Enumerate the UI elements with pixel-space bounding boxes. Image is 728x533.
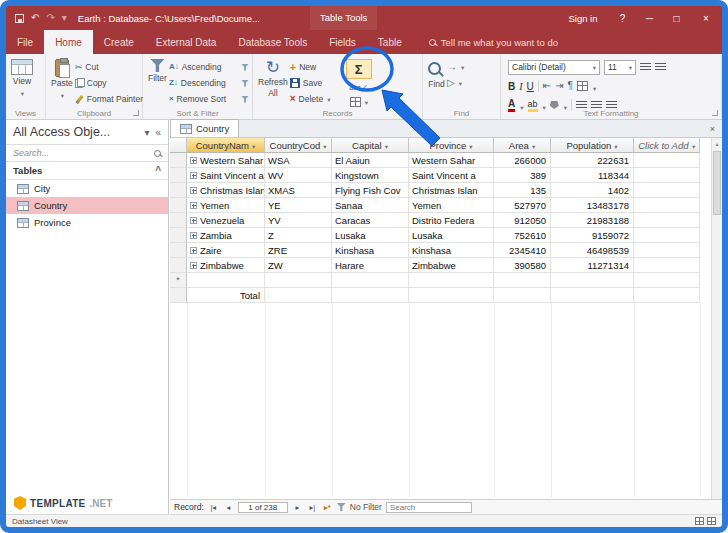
redo-icon[interactable]: ↷ [46, 13, 54, 23]
tell-me-box[interactable]: Tell me what you want to do [429, 30, 558, 54]
cell-empty[interactable] [634, 183, 700, 198]
cell[interactable]: Zambia [187, 228, 265, 243]
row-selector[interactable] [170, 213, 187, 228]
tab-file[interactable]: File [6, 30, 44, 54]
cell-empty[interactable] [634, 288, 700, 303]
design-view-toggle-icon[interactable] [707, 517, 716, 525]
paste-button[interactable]: Paste [49, 57, 75, 102]
tab-country-table[interactable]: Country [170, 119, 239, 137]
numbered-list-icon[interactable] [655, 63, 666, 72]
cell[interactable]: YE [265, 198, 332, 213]
cell[interactable]: Kingstown [332, 168, 409, 183]
row-selector[interactable] [170, 258, 187, 273]
next-record-button[interactable]: ▸ [292, 501, 303, 513]
row-selector[interactable] [170, 288, 187, 303]
table-row[interactable]: Zaire ZRE Kinshasa Kinshasa 2345410 4649… [170, 243, 700, 258]
nav-pane-menu-icon[interactable]: ▾ [144, 127, 149, 138]
table-row[interactable]: Western Sahar WSA El Aaiun Western Sahar… [170, 153, 700, 168]
font-name-combobox[interactable]: Calibri (Detail) [508, 60, 600, 75]
tab-fields[interactable]: Fields [318, 30, 367, 54]
filter-dropdown-icon[interactable] [384, 140, 388, 151]
cell-empty[interactable] [332, 273, 409, 288]
save-record-button[interactable]: Save [290, 76, 345, 90]
row-selector[interactable] [170, 168, 187, 183]
cell[interactable]: ZW [265, 258, 332, 273]
help-button[interactable]: ? [609, 6, 636, 30]
expand-icon[interactable] [190, 157, 197, 164]
cell[interactable]: Saint Vincent a [409, 168, 494, 183]
new-blank-record-button[interactable]: ▸* [322, 501, 333, 513]
cell-empty[interactable] [634, 213, 700, 228]
cell[interactable]: Flying Fish Cov [332, 183, 409, 198]
cell[interactable]: Lusaka [409, 228, 494, 243]
cell[interactable]: Zimbabwe [409, 258, 494, 273]
cell-empty[interactable] [634, 243, 700, 258]
filter-button[interactable]: Filter [146, 57, 169, 85]
cell[interactable]: 135 [494, 183, 551, 198]
cell[interactable]: 527970 [494, 198, 551, 213]
cell[interactable]: WSA [265, 153, 332, 168]
cell-empty[interactable] [494, 273, 551, 288]
gridlines-icon[interactable] [577, 81, 588, 91]
delete-record-button[interactable]: × Delete [290, 92, 345, 106]
cell[interactable]: 46498539 [551, 243, 634, 258]
filter-dropdown-icon[interactable] [613, 140, 617, 151]
cell[interactable]: Z [265, 228, 332, 243]
column-header-province[interactable]: Province [409, 138, 494, 153]
table-row[interactable]: Zimbabwe ZW Harare Zimbabwe 390580 11271… [170, 258, 700, 273]
more-records-button[interactable] [350, 95, 368, 109]
tab-database-tools[interactable]: Database Tools [227, 30, 318, 54]
record-position-box[interactable]: 1 of 238 [238, 502, 288, 513]
cell[interactable]: El Aaiun [332, 153, 409, 168]
select-button[interactable]: ▷ [447, 76, 464, 90]
toggle-filter-icon[interactable] [241, 96, 249, 103]
cell[interactable]: XMAS [265, 183, 332, 198]
cell[interactable]: Western Sahar [409, 153, 494, 168]
cell[interactable]: Zaire [187, 243, 265, 258]
cell[interactable]: ZRE [265, 243, 332, 258]
cell[interactable]: Saint Vincent a [187, 168, 265, 183]
cell-empty[interactable] [332, 288, 409, 303]
filter-dropdown-icon[interactable] [322, 140, 326, 151]
spelling-button[interactable]: abc ✓ [349, 81, 368, 93]
row-selector[interactable] [170, 228, 187, 243]
cut-button[interactable]: ✂ Cut [75, 60, 143, 74]
expand-icon[interactable] [190, 262, 197, 269]
row-selector[interactable] [170, 183, 187, 198]
sidebar-item-city[interactable]: City [6, 180, 168, 197]
sign-in-button[interactable]: Sign in [557, 6, 609, 30]
refresh-all-button[interactable]: ↻ Refresh All [256, 57, 290, 100]
expand-icon[interactable] [190, 232, 197, 239]
cell[interactable]: Kinshasa [332, 243, 409, 258]
advanced-filter-icon[interactable] [241, 80, 249, 87]
cell-empty[interactable] [634, 153, 700, 168]
cell[interactable]: Western Sahar [187, 153, 265, 168]
maximize-button[interactable]: □ [663, 6, 690, 30]
undo-icon[interactable]: ↶ [31, 13, 39, 23]
table-row[interactable]: Yemen YE Sanaa Yemen 527970 13483178 [170, 198, 700, 213]
save-icon[interactable] [15, 14, 24, 23]
paragraph-marks-icon[interactable]: ¶ [568, 81, 573, 91]
column-header-countrycode[interactable]: CountryCod [265, 138, 332, 153]
expand-icon[interactable] [190, 187, 197, 194]
decrease-indent-icon[interactable]: ⇤ [543, 81, 551, 91]
cell[interactable]: Harare [332, 258, 409, 273]
totals-row[interactable]: Total [170, 288, 700, 303]
sidebar-item-country[interactable]: Country [6, 197, 168, 214]
cell[interactable]: Distrito Federa [409, 213, 494, 228]
tab-table[interactable]: Table [367, 30, 413, 54]
filter-dropdown-icon[interactable] [691, 140, 695, 151]
tables-section-header[interactable]: Tables ^ [6, 162, 168, 180]
view-button[interactable]: View [9, 57, 35, 100]
format-painter-button[interactable]: Format Painter [75, 92, 143, 106]
cell-empty[interactable] [187, 273, 265, 288]
selection-filter-icon[interactable] [241, 64, 249, 71]
cell[interactable]: WV [265, 168, 332, 183]
cell[interactable]: 266000 [494, 153, 551, 168]
table-row[interactable]: Venezuela YV Caracas Distrito Federa 912… [170, 213, 700, 228]
cell-empty[interactable] [634, 258, 700, 273]
record-search-input[interactable]: Search [386, 502, 472, 513]
new-record-selector[interactable]: * [170, 273, 187, 288]
clipboard-dialog-launcher-icon[interactable] [133, 110, 139, 116]
cell-empty[interactable] [551, 273, 634, 288]
